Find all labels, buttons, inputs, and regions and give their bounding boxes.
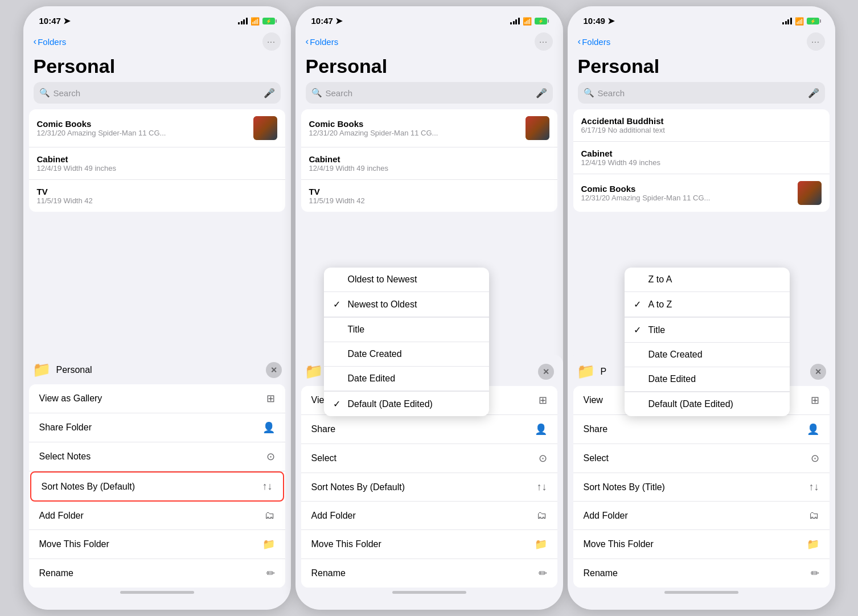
note-text-cabinet-3: Cabinet 12/4/19 Width 49 inches [581, 149, 822, 167]
sheet-folder-info-3: 📁 P [577, 363, 607, 380]
battery-icon-2: ⚡ [535, 18, 547, 24]
note-text-buddhist-3: Accidental Buddhist 6/17/19 No additiona… [581, 116, 822, 134]
note-text-1: Comic Books 12/31/20 Amazing Spider-Man … [37, 119, 253, 137]
signal-bar [510, 22, 512, 24]
note-item-buddhist-3[interactable]: Accidental Buddhist 6/17/19 No additiona… [573, 109, 830, 142]
sheet-item-sort-1[interactable]: Sort Notes By (Default) ↑↓ [30, 471, 284, 502]
note-item-cabinet-3[interactable]: Cabinet 12/4/19 Width 49 inches [573, 142, 830, 174]
home-indicator-3 [664, 591, 738, 594]
sort-icon-2: ↑↓ [537, 481, 547, 493]
more-button-1[interactable]: ··· [262, 32, 281, 51]
sort-icon-3: ↑↓ [809, 481, 819, 493]
note-item-tv-1[interactable]: TV 11/5/19 Width 42 [29, 180, 285, 212]
signal-bar [782, 22, 784, 24]
note-item-comic-books-1[interactable]: Comic Books 12/31/20 Amazing Spider-Man … [29, 109, 285, 147]
search-bar-2[interactable]: 🔍 Search 🎤 [306, 82, 553, 104]
sheet-item-select-3[interactable]: Select ⊙ [573, 444, 830, 473]
status-icons-1: 📶 ⚡ [238, 17, 275, 26]
move-icon-1: 📁 [262, 538, 275, 551]
sheet-item-share-3[interactable]: Share 👤 [573, 415, 830, 444]
search-bar-3[interactable]: 🔍 Search 🎤 [578, 82, 825, 104]
signal-bar [238, 22, 240, 24]
back-button-1[interactable]: ‹ Folders [34, 36, 67, 47]
move-icon-3: 📁 [807, 538, 819, 551]
sheet-item-select-2[interactable]: Select ⊙ [301, 444, 557, 473]
note-item-comic-3[interactable]: Comic Books 12/31/20 Amazing Spider-Man … [573, 174, 830, 212]
back-button-3[interactable]: ‹ Folders [578, 36, 611, 47]
sheet-close-1[interactable]: ✕ [266, 362, 282, 378]
sheet-item-add-3[interactable]: Add Folder 🗂 [573, 502, 830, 530]
signal-bar [785, 21, 787, 24]
sheet-item-label-rename-1: Rename [39, 568, 73, 578]
sheet-item-add-folder-1[interactable]: Add Folder 🗂 [29, 502, 285, 530]
dropdown-item-title-3[interactable]: Title [625, 318, 790, 343]
more-button-2[interactable]: ··· [535, 32, 553, 51]
note-item-cabinet-2[interactable]: Cabinet 12/4/19 Width 49 inches [301, 147, 557, 180]
sheet-item-gallery-1[interactable]: View as Gallery ⊞ [29, 384, 285, 413]
dropdown-item-newest-2[interactable]: Newest to Oldest [324, 292, 489, 317]
sheet-item-label-share-2: Share [311, 424, 336, 434]
signal-bars-1 [238, 18, 248, 24]
sheet-item-rename-3[interactable]: Rename ✏ [573, 559, 830, 588]
more-button-3[interactable]: ··· [807, 32, 825, 51]
sheet-item-rename-1[interactable]: Rename ✏ [29, 559, 285, 588]
signal-bar [790, 18, 792, 24]
sheet-item-add-2[interactable]: Add Folder 🗂 [301, 502, 557, 530]
sheet-item-move-1[interactable]: Move This Folder 📁 [29, 530, 285, 559]
sort-icon-1: ↑↓ [262, 481, 273, 492]
note-text-comic-3: Comic Books 12/31/20 Amazing Spider-Man … [581, 184, 798, 202]
dropdown-item-default-2[interactable]: Default (Date Edited) [324, 392, 489, 416]
sort-dropdown-3: Z to A A to Z Title Date Created Date Ed… [625, 268, 790, 416]
sheet-item-sort-3[interactable]: Sort Notes By (Title) ↑↓ [573, 473, 830, 502]
sheet-item-share-2[interactable]: Share 👤 [301, 415, 557, 444]
dropdown-item-oldest-2[interactable]: Oldest to Newest [324, 268, 489, 292]
sheet-item-label-select-2: Select [311, 453, 336, 463]
note-item-tv-2[interactable]: TV 11/5/19 Width 42 [301, 180, 557, 212]
select-icon-1: ⊙ [266, 450, 275, 463]
signal-bar [787, 19, 789, 24]
dropdown-item-atoz-3[interactable]: A to Z [625, 292, 790, 317]
search-icon-2: 🔍 [311, 88, 322, 98]
dropdown-item-date-created-2[interactable]: Date Created [324, 342, 489, 367]
search-icon-1: 🔍 [39, 88, 50, 98]
note-subtitle-cabinet-3: 12/4/19 Width 49 inches [581, 158, 822, 167]
note-item-cabinet-1[interactable]: Cabinet 12/4/19 Width 49 inches [29, 147, 285, 180]
sheet-item-move-3[interactable]: Move This Folder 📁 [573, 530, 830, 559]
sheet-item-share-1[interactable]: Share Folder 👤 [29, 413, 285, 442]
sheet-item-label-add-folder-1: Add Folder [39, 511, 84, 521]
signal-bar [246, 18, 248, 24]
dropdown-item-ztoa-3[interactable]: Z to A [625, 268, 790, 292]
status-icons-3: 📶 ⚡ [782, 17, 819, 26]
dropdown-item-default-3[interactable]: Default (Date Edited) [625, 392, 790, 416]
dropdown-item-date-edited-2[interactable]: Date Edited [324, 367, 489, 391]
back-chevron-3: ‹ [578, 36, 581, 47]
back-button-2[interactable]: ‹ Folders [306, 36, 339, 47]
notes-list-2: Comic Books 12/31/20 Amazing Spider-Man … [301, 109, 557, 212]
signal-bar [241, 21, 243, 24]
bottom-sheet-1: 📁 Personal ✕ View as Gallery ⊞ Share Fol… [23, 353, 291, 610]
rename-icon-2: ✏ [539, 567, 547, 580]
sheet-item-rename-2[interactable]: Rename ✏ [301, 559, 557, 588]
sheet-item-sort-2[interactable]: Sort Notes By (Default) ↑↓ [301, 473, 557, 502]
dropdown-item-date-created-3[interactable]: Date Created [625, 343, 790, 367]
sheet-close-2[interactable]: ✕ [538, 364, 554, 380]
back-chevron-2: ‹ [306, 36, 309, 47]
dropdown-item-date-edited-3[interactable]: Date Edited [625, 367, 790, 392]
search-bar-1[interactable]: 🔍 Search 🎤 [34, 82, 281, 104]
note-item-comic-books-2[interactable]: Comic Books 12/31/20 Amazing Spider-Man … [301, 109, 557, 147]
signal-bars-2 [510, 18, 520, 24]
sheet-close-3[interactable]: ✕ [810, 364, 826, 380]
note-title-cabinet-1: Cabinet [37, 154, 277, 164]
sheet-item-label-rename-3: Rename [584, 568, 618, 578]
content-area-3: Accidental Buddhist 6/17/19 No additiona… [568, 109, 835, 610]
wifi-icon-2: 📶 [523, 17, 532, 26]
sheet-item-label-gallery-3: View [584, 395, 603, 405]
sheet-item-move-2[interactable]: Move This Folder 📁 [301, 530, 557, 559]
note-subtitle-1: 12/31/20 Amazing Spider-Man 11 CG... [37, 129, 253, 137]
status-time-1: 10:47 ➤ [39, 16, 71, 26]
sheet-item-select-1[interactable]: Select Notes ⊙ [29, 442, 285, 471]
content-area-1: Comic Books 12/31/20 Amazing Spider-Man … [23, 109, 291, 610]
search-icon-3: 🔍 [584, 88, 594, 98]
dropdown-item-title-2[interactable]: Title [324, 318, 489, 342]
note-subtitle-cabinet-2: 12/4/19 Width 49 inches [309, 164, 549, 173]
